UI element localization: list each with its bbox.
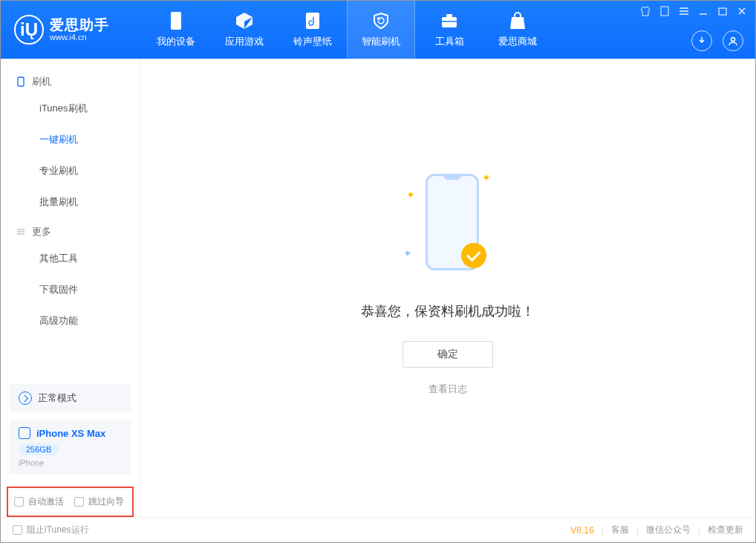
- device-type: iPhone: [19, 458, 122, 467]
- music-file-icon: [303, 11, 322, 30]
- checkbox-icon: [74, 497, 84, 507]
- phone-icon: [166, 11, 186, 30]
- refresh-shield-icon: [371, 11, 391, 30]
- main-tabs: 我的设备 应用游戏 铃声壁纸 智能刷机 工具箱 爱思商城: [142, 1, 552, 59]
- sidebar-item-firmware[interactable]: 下载固件: [1, 274, 140, 305]
- checkbox-label: 跳过向导: [88, 495, 124, 508]
- mode-label: 正常模式: [38, 391, 76, 405]
- bag-icon: [508, 11, 527, 30]
- checkbox-label: 自动激活: [28, 495, 64, 508]
- sidebar: 刷机 iTunes刷机 一键刷机 专业刷机 批量刷机 更多 其他工具 下载固件 …: [1, 59, 140, 517]
- sparkle-icon: ✦: [482, 172, 491, 183]
- logo-area: iŲ 爱思助手 www.i4.cn: [1, 15, 142, 45]
- svg-rect-0: [171, 12, 181, 30]
- briefcase-icon: [440, 11, 459, 30]
- sidebar-group-flash: 刷机: [1, 68, 140, 93]
- user-button[interactable]: [723, 30, 743, 51]
- tab-store[interactable]: 爱思商城: [483, 1, 552, 59]
- svg-rect-10: [719, 8, 726, 15]
- app-url: www.i4.cn: [50, 33, 109, 42]
- svg-rect-3: [446, 14, 452, 17]
- success-panel: ✦ ✦ ✦ 恭喜您，保资料刷机成功啦！ 确定 查看日志: [140, 170, 755, 396]
- sidebar-item-advanced[interactable]: 高级功能: [1, 305, 140, 336]
- main-content: ✦ ✦ ✦ 恭喜您，保资料刷机成功啦！ 确定 查看日志: [140, 59, 755, 517]
- sparkle-icon: ✦: [406, 189, 415, 201]
- tab-ringtone[interactable]: 铃声壁纸: [278, 1, 347, 59]
- close-button[interactable]: [736, 5, 748, 17]
- sidebar-item-itunes[interactable]: iTunes刷机: [1, 93, 140, 124]
- success-title: 恭喜您，保资料刷机成功啦！: [361, 302, 535, 320]
- mode-icon: [19, 391, 32, 405]
- device-small-icon: [16, 77, 26, 87]
- svg-rect-14: [18, 77, 24, 86]
- tab-apps[interactable]: 应用游戏: [210, 1, 278, 59]
- app-title: 爱思助手: [50, 18, 109, 33]
- svg-point-13: [731, 38, 735, 42]
- checkbox-icon: [13, 525, 22, 535]
- svg-rect-1: [306, 13, 319, 29]
- svg-rect-5: [661, 7, 668, 16]
- storage-badge: 256GB: [19, 443, 59, 455]
- shirt-icon[interactable]: [639, 5, 651, 17]
- support-link[interactable]: 客服: [611, 524, 629, 536]
- sparkle-icon: ✦: [403, 247, 412, 259]
- tab-label: 爱思商城: [498, 35, 537, 48]
- list-small-icon: [16, 227, 26, 237]
- checkbox-skip-guide[interactable]: 跳过向导: [74, 495, 124, 508]
- cube-icon: [235, 11, 254, 30]
- maximize-button[interactable]: [717, 5, 729, 17]
- logo-icon: iŲ: [14, 15, 44, 45]
- update-link[interactable]: 检查更新: [708, 524, 743, 536]
- sidebar-item-batch[interactable]: 批量刷机: [1, 186, 140, 218]
- menu-icon[interactable]: [678, 5, 690, 17]
- tab-toolbox[interactable]: 工具箱: [415, 1, 483, 59]
- sidebar-item-pro[interactable]: 专业刷机: [1, 155, 140, 186]
- device-name: iPhone XS Max: [36, 428, 105, 439]
- tab-smart-flash[interactable]: 智能刷机: [347, 1, 415, 59]
- sidebar-item-other[interactable]: 其他工具: [1, 243, 140, 274]
- version-label: V8.16: [570, 525, 593, 536]
- footer: 阻止iTunes运行 V8.16 | 客服 | 微信公众号 | 检查更新: [1, 517, 755, 542]
- highlighted-options: 自动激活 跳过向导: [7, 487, 134, 517]
- tab-my-device[interactable]: 我的设备: [142, 1, 210, 59]
- view-log-link[interactable]: 查看日志: [428, 383, 467, 396]
- sidebar-group-more: 更多: [1, 218, 140, 243]
- checkbox-icon: [14, 497, 24, 507]
- tab-label: 应用游戏: [225, 35, 264, 48]
- wechat-link[interactable]: 微信公众号: [646, 524, 691, 536]
- sidebar-group-label: 刷机: [32, 75, 51, 88]
- tab-label: 我的设备: [157, 35, 195, 48]
- download-button[interactable]: [691, 30, 712, 51]
- tab-label: 工具箱: [435, 35, 464, 48]
- sidebar-item-oneclick[interactable]: 一键刷机: [1, 124, 140, 155]
- note-icon[interactable]: [659, 5, 671, 17]
- device-box[interactable]: iPhone XS Max 256GB iPhone: [10, 420, 131, 475]
- checkbox-block-itunes[interactable]: 阻止iTunes运行: [13, 524, 89, 536]
- minimize-button[interactable]: [697, 5, 709, 17]
- ok-button[interactable]: 确定: [403, 341, 493, 368]
- checkbox-auto-activate[interactable]: 自动激活: [14, 495, 64, 508]
- mode-bar[interactable]: 正常模式: [10, 384, 131, 412]
- sidebar-group-label: 更多: [32, 225, 51, 238]
- success-illustration: ✦ ✦ ✦: [403, 170, 492, 282]
- tab-label: 智能刷机: [362, 35, 400, 48]
- header-actions: [691, 30, 743, 51]
- header: iŲ 爱思助手 www.i4.cn 我的设备 应用游戏 铃声壁纸 智能刷机 工具…: [1, 1, 755, 59]
- checkbox-label: 阻止iTunes运行: [27, 524, 89, 536]
- check-badge-icon: [461, 243, 486, 268]
- svg-rect-2: [442, 17, 457, 27]
- window-controls: [639, 5, 748, 17]
- tab-label: 铃声壁纸: [293, 35, 332, 48]
- device-icon: [19, 427, 30, 439]
- svg-rect-4: [442, 21, 457, 22]
